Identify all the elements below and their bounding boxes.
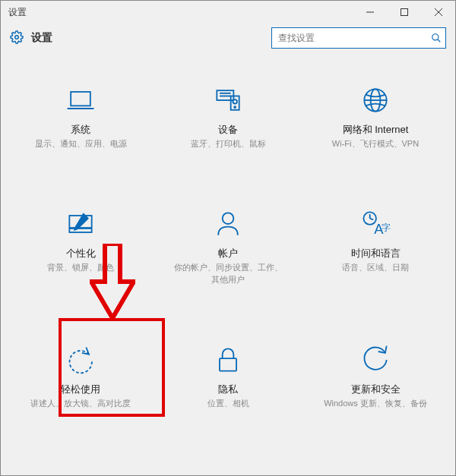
tile-title: 个性化 [66,247,96,260]
globe-icon [359,84,392,117]
page-title: 设置 [31,31,52,45]
tile-desc: 显示、通知、应用、电源 [35,138,127,150]
tile-desc: Windows 更新、恢复、备份 [324,398,427,409]
window-title: 设置 [8,6,353,19]
header: 设置 [1,24,455,55]
svg-point-13 [233,99,237,104]
person-icon [211,207,245,241]
tile-privacy[interactable]: 隐私 位置、相机 [154,337,302,415]
gear-icon [10,30,31,46]
tile-system[interactable]: 系统 显示、通知、应用、电源 [7,77,154,156]
lock-icon [211,343,245,377]
window-controls [353,1,455,24]
settings-grid: 系统 显示、通知、应用、电源 设备 蓝牙、打印机、鼠标 网络和 Internet… [1,55,455,416]
tile-title: 设备 [218,123,238,137]
minimize-button[interactable] [353,1,387,24]
tile-desc: 位置、相机 [207,398,249,409]
search-input[interactable] [271,27,446,49]
tile-personalization[interactable]: 个性化 背景、锁屏、颜色 [7,201,154,292]
svg-point-20 [223,213,234,225]
maximize-button[interactable] [387,1,421,24]
tile-desc: Wi-Fi、飞行模式、VPN [332,138,419,150]
svg-line-6 [438,39,441,43]
tile-devices[interactable]: 设备 蓝牙、打印机、鼠标 [154,77,302,156]
tile-ease-of-access[interactable]: 轻松使用 讲述人、放大镜、高对比度 [7,337,154,415]
svg-point-4 [15,35,19,39]
svg-rect-7 [71,92,90,106]
tile-time-language[interactable]: A字 时间和语言 语音、区域、日期 [302,201,449,292]
tile-desc: 语音、区域、日期 [342,262,409,273]
devices-icon [211,84,245,117]
titlebar: 设置 [1,1,455,24]
tile-update-security[interactable]: 更新和安全 Windows 更新、恢复、备份 [302,337,449,415]
tile-title: 更新和安全 [351,383,401,396]
svg-text:字: 字 [382,223,391,234]
svg-line-23 [370,219,374,220]
tile-title: 网络和 Internet [343,123,409,137]
search-wrap [271,27,446,49]
update-icon [359,343,392,377]
svg-point-5 [432,34,439,40]
tile-title: 隐私 [218,383,238,396]
ease-of-access-icon [64,343,97,377]
personalization-icon [64,207,97,241]
tile-title: 轻松使用 [61,383,100,396]
tile-desc: 你的帐户、同步设置、工作、其他用户 [171,262,285,285]
laptop-icon [64,84,97,117]
tile-title: 时间和语言 [351,247,401,260]
tile-desc: 讲述人、放大镜、高对比度 [30,398,131,409]
close-button[interactable] [421,1,455,24]
svg-point-14 [234,106,236,108]
tile-desc: 背景、锁屏、颜色 [47,262,114,273]
time-language-icon: A字 [359,207,392,241]
tile-title: 帐户 [218,247,238,260]
tile-network[interactable]: 网络和 Internet Wi-Fi、飞行模式、VPN [302,77,449,156]
tile-title: 系统 [71,123,90,137]
svg-rect-1 [401,9,407,16]
tile-accounts[interactable]: 帐户 你的帐户、同步设置、工作、其他用户 [154,201,302,292]
tile-desc: 蓝牙、打印机、鼠标 [191,138,266,150]
svg-rect-26 [220,358,236,371]
